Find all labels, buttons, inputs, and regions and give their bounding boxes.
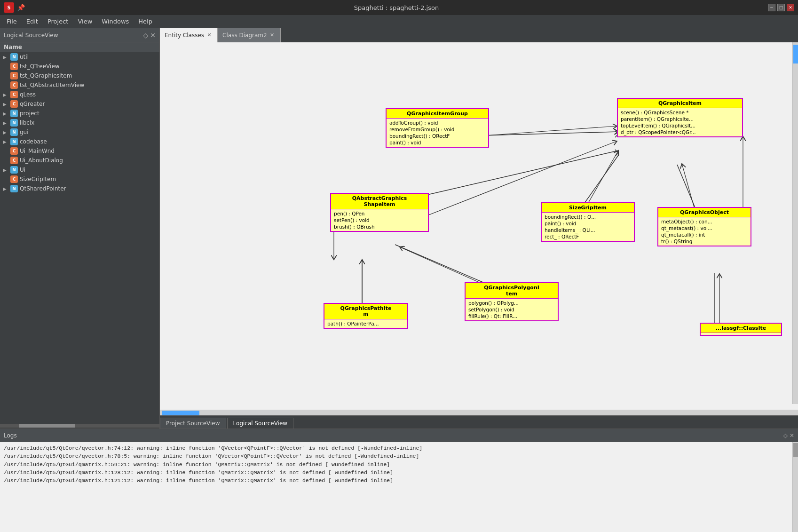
method-paint: paint() : void — [389, 139, 485, 146]
badge-1: C — [10, 63, 18, 70]
sidebar-item-12[interactable]: ▶NUi — [0, 165, 159, 175]
sidebar-item-11[interactable]: CUi_AboutDialog — [0, 156, 159, 165]
tab-project-sourceview[interactable]: Project SourceView — [160, 418, 226, 429]
sidebar-title: Logical SourceView — [4, 32, 58, 39]
menubar: File Edit Project View Windows Help — [0, 15, 798, 28]
method-polygon: polygon() : QPolyg... — [468, 300, 555, 306]
class-qgraphicsitem[interactable]: QGraphicsItem scene() : QGraphicsScene *… — [617, 98, 743, 137]
sidebar-label-2: tst_QGraphicsItem — [20, 72, 72, 79]
method-dptr: d_ptr : QScopedPointer<QGr... — [621, 129, 739, 135]
class-qgraphicsitemgroup[interactable]: QGraphicsItemGroup addToGroup() : void r… — [386, 108, 489, 148]
menu-project[interactable]: Project — [43, 17, 73, 26]
main-layout: Logical SourceView ◇ ✕ Name ▶Nutil Ctst_… — [0, 28, 798, 429]
tab-entity-classes[interactable]: Entity Classes ✕ — [160, 28, 218, 42]
sidebar-label-5: qGreater — [20, 101, 45, 107]
expand-arrow-8: ▶ — [3, 130, 8, 135]
menu-edit[interactable]: Edit — [22, 17, 43, 26]
class-qgraphicspathitem-header: QGraphicsPathItem — [324, 304, 407, 319]
tab-entity-classes-close[interactable]: ✕ — [206, 32, 213, 39]
minimize-button[interactable]: ─ — [768, 4, 775, 11]
diagram-hscrollbar-thumb[interactable] — [162, 411, 199, 415]
method-rect: rect_ : QRectF — [545, 233, 631, 240]
class-lassgf-classitem-header: ...lassgf::ClassIte — [701, 324, 781, 333]
class-lassgf-classitem[interactable]: ...lassgf::ClassIte — [700, 323, 782, 336]
sidebar-scrollbar[interactable] — [0, 424, 159, 428]
diagram-hscrollbar[interactable] — [160, 410, 798, 415]
sidebar-scrollbar-thumb[interactable] — [19, 424, 75, 428]
tab-logical-sourceview[interactable]: Logical SourceView — [227, 418, 294, 429]
menu-file[interactable]: File — [2, 17, 22, 26]
sidebar-close-icon[interactable]: ✕ — [150, 32, 156, 39]
class-qgraphicsobject[interactable]: QGraphicsObject metaObject() : con... qt… — [657, 207, 751, 246]
class-qgraphicspathitem[interactable]: QGraphicsPathItem path() : OPainterPa... — [324, 303, 408, 329]
badge-2: C — [10, 72, 18, 79]
method-tr: tr() : QString — [661, 238, 748, 245]
class-qabstractgraphicsshapeitem[interactable]: QAbstractGraphicsShapeItem pen() : QPen … — [330, 193, 429, 232]
sidebar-label-6: project — [20, 110, 40, 117]
logs-content: /usr/include/qt5/QtCore/qvector.h:74:12:… — [0, 442, 792, 532]
badge-13: C — [10, 175, 18, 183]
sidebar-item-6[interactable]: ▶Nproject — [0, 109, 159, 118]
badge-10: C — [10, 147, 18, 155]
class-qgraphicspolygonitem-header: QGraphicsPolygonItem — [466, 283, 558, 299]
expand-arrow-0: ▶ — [3, 55, 8, 60]
badge-14: N — [10, 185, 18, 192]
tabs-bar: Entity Classes ✕ Class Diagram2 ✕ — [160, 28, 798, 42]
diagram-canvas[interactable]: QGraphicsItem scene() : QGraphicsScene *… — [160, 42, 798, 410]
sidebar-item-10[interactable]: CUi_MainWnd — [0, 146, 159, 156]
logs-header: Logs ◇ ✕ — [0, 429, 798, 442]
badge-11: C — [10, 157, 18, 164]
maximize-button[interactable]: □ — [777, 4, 785, 11]
badge-6: N — [10, 110, 18, 117]
class-qabstractgraphicsshapeitem-body: pen() : QPen setPen() : void brush() : Q… — [331, 209, 428, 231]
menu-help[interactable]: Help — [134, 17, 157, 26]
logs-diamond-icon[interactable]: ◇ — [783, 432, 788, 439]
menu-windows[interactable]: Windows — [97, 17, 134, 26]
expand-arrow-9: ▶ — [3, 139, 8, 144]
logs-scrollbar-thumb[interactable] — [793, 443, 798, 457]
sidebar-item-4[interactable]: ▶CqLess — [0, 90, 159, 99]
sidebar-diamond-icon[interactable]: ◇ — [143, 32, 148, 39]
sidebar-item-14[interactable]: ▶NQtSharedPointer — [0, 184, 159, 193]
diagram-outer: QGraphicsItem scene() : QGraphicsScene *… — [160, 42, 798, 415]
tab-class-diagram2[interactable]: Class Diagram2 ✕ — [218, 28, 281, 42]
sidebar-item-7[interactable]: ▶Nlibclx — [0, 118, 159, 127]
expand-arrow-6: ▶ — [3, 111, 8, 116]
sidebar-item-0[interactable]: ▶Nutil — [0, 52, 159, 62]
logs-scrollbar-track[interactable] — [792, 442, 798, 532]
content-area: Entity Classes ✕ Class Diagram2 ✕ — [160, 28, 798, 429]
pin-icon[interactable]: 📌 — [17, 4, 25, 11]
class-sizegripitem[interactable]: SizeGripItem boundingRect() : Q... paint… — [541, 202, 635, 242]
tab-class-diagram2-close[interactable]: ✕ — [269, 32, 276, 39]
log-line-0: /usr/include/qt5/QtCore/qvector.h:74:12:… — [4, 444, 789, 452]
badge-5: C — [10, 100, 18, 108]
class-lassgf-classitem-body — [701, 333, 781, 335]
svg-line-5 — [395, 245, 494, 287]
diagram-vscrollbar[interactable] — [792, 42, 798, 404]
class-sizegripitem-body: boundingRect() : Q... paint() : void han… — [542, 213, 634, 241]
sidebar-item-13[interactable]: CSizeGripItem — [0, 175, 159, 184]
sidebar-item-2[interactable]: Ctst_QGraphicsItem — [0, 71, 159, 80]
sidebar-item-3[interactable]: Ctst_QAbstractItemView — [0, 80, 159, 90]
sidebar-label-0: util — [20, 54, 29, 60]
badge-0: N — [10, 53, 18, 61]
logs-header-title: Logs — [4, 432, 17, 439]
diagram-inner: QGraphicsItem scene() : QGraphicsScene *… — [160, 42, 798, 410]
badge-9: N — [10, 138, 18, 145]
sidebar-item-5[interactable]: ▶CqGreater — [0, 99, 159, 109]
sidebar-header-icons: ◇ ✕ — [143, 32, 156, 39]
sidebar-item-8[interactable]: ▶Ngui — [0, 127, 159, 137]
sidebar-item-1[interactable]: Ctst_QTreeView — [0, 62, 159, 71]
sidebar-label-13: SizeGripItem — [20, 176, 56, 183]
sidebar-label-14: QtSharedPointer — [20, 185, 66, 192]
method-setpen: setPen() : void — [334, 217, 425, 223]
menu-view[interactable]: View — [73, 17, 97, 26]
diagram-vscrollbar-thumb[interactable] — [793, 45, 798, 64]
sidebar-item-9[interactable]: ▶Ncodebase — [0, 137, 159, 146]
log-line-3: /usr/include/qt5/QtGui/qmatrix.h:128:12:… — [4, 468, 789, 476]
class-qgraphicspolygonitem[interactable]: QGraphicsPolygonItem polygon() : QPolyg.… — [465, 282, 559, 321]
class-qgraphicsitem-header: QGraphicsItem — [618, 99, 742, 108]
sidebar-column-header: Name — [0, 42, 159, 52]
close-button[interactable]: ✕ — [787, 4, 794, 11]
logs-close-icon[interactable]: ✕ — [790, 432, 794, 439]
